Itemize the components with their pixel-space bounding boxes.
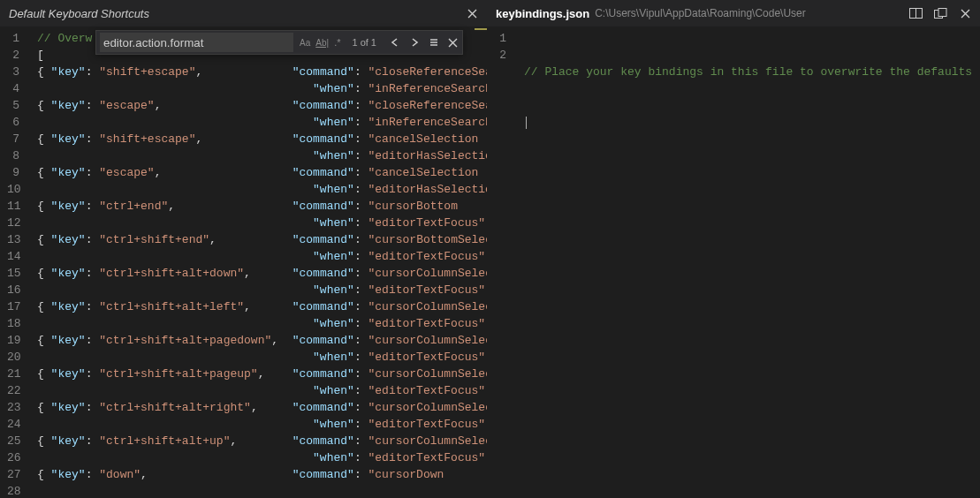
right-editor-pane: keybindings.json C:\Users\Vipul\AppData\… bbox=[487, 0, 980, 498]
find-prev-icon[interactable] bbox=[385, 35, 405, 49]
comment-line: // Place your key bindings in this file … bbox=[524, 65, 972, 79]
split-editor-icon[interactable] bbox=[908, 8, 923, 19]
find-input[interactable] bbox=[100, 33, 293, 52]
right-code[interactable]: // Place your key bindings in this file … bbox=[519, 26, 980, 498]
tab-path: C:\Users\Vipul\AppData\Roaming\Code\User bbox=[595, 7, 806, 19]
right-editor[interactable]: 1 2 // Place your key bindings in this f… bbox=[487, 26, 980, 498]
text-cursor bbox=[526, 117, 527, 129]
find-match-case[interactable]: Aa bbox=[297, 36, 313, 49]
find-in-selection-icon[interactable] bbox=[424, 35, 444, 49]
find-regex[interactable]: .* bbox=[331, 35, 343, 49]
left-gutter: 1234567891011121314151617181920212223242… bbox=[0, 26, 32, 498]
close-editor-group-icon[interactable] bbox=[957, 9, 973, 19]
left-editor[interactable]: 1234567891011121314151617181920212223242… bbox=[0, 26, 487, 498]
right-gutter: 1 2 bbox=[487, 26, 519, 498]
right-tab-bar: keybindings.json C:\Users\Vipul\AppData\… bbox=[487, 0, 980, 26]
left-editor-pane: Default Keyboard Shortcuts 1234567891011… bbox=[0, 0, 487, 498]
find-whole-word[interactable]: Ab| bbox=[313, 36, 331, 49]
left-tab-bar: Default Keyboard Shortcuts bbox=[0, 0, 487, 26]
close-tab-icon[interactable] bbox=[464, 9, 480, 19]
line-number: 1 bbox=[494, 30, 506, 47]
line-number: 2 bbox=[494, 47, 506, 64]
left-code[interactable]: // Overw[{ "key": "shift+escape", "comma… bbox=[32, 26, 487, 498]
find-next-icon[interactable] bbox=[405, 35, 424, 49]
find-result-count: 1 of 1 bbox=[343, 37, 385, 48]
open-diff-icon[interactable] bbox=[932, 8, 948, 19]
left-overview-ruler[interactable] bbox=[475, 26, 487, 498]
svg-rect-3 bbox=[938, 8, 946, 16]
find-close-icon[interactable] bbox=[444, 36, 462, 49]
tab-title-keybindings[interactable]: keybindings.json bbox=[496, 7, 589, 20]
find-widget: Aa Ab| .* 1 of 1 bbox=[95, 30, 463, 55]
tab-title-default-shortcuts[interactable]: Default Keyboard Shortcuts bbox=[9, 7, 149, 20]
